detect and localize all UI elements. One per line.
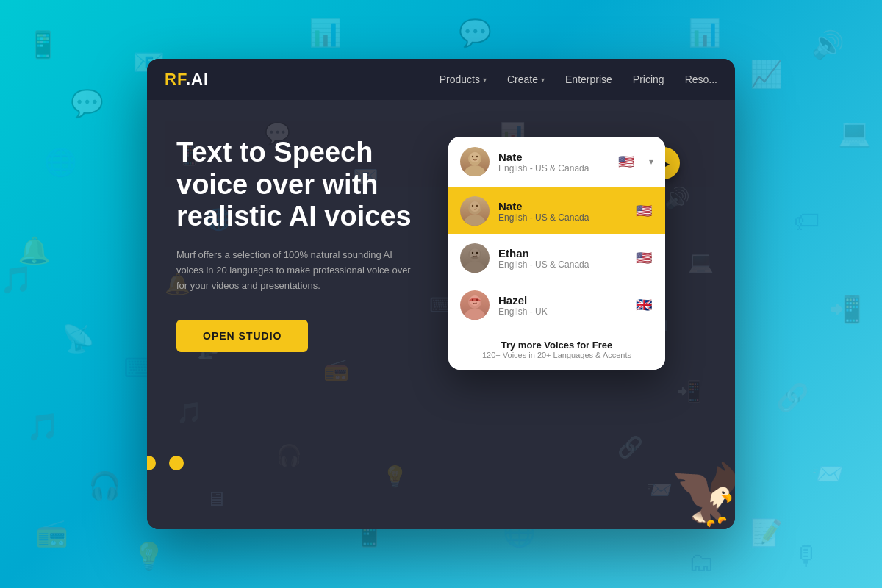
ethan-avatar (460, 243, 490, 273)
nate-name: Nate (498, 200, 625, 212)
selected-avatar (460, 147, 490, 176)
hero-left: Text to Speech voice over with realistic… (147, 100, 441, 529)
voice-item-nate[interactable]: Nate English - US & Canada 🇺🇸 (448, 187, 665, 234)
selected-voice-info: Nate English - US & Canada (498, 151, 608, 173)
voice-footer-sub: 120+ Voices in 20+ Languages & Accents (460, 351, 653, 359)
nate-flag: 🇺🇸 (634, 201, 653, 220)
svg-point-7 (470, 201, 480, 212)
nav-pricing[interactable]: Pricing (633, 74, 664, 85)
selected-flag: 🇺🇸 (617, 152, 636, 171)
svg-point-13 (472, 252, 473, 254)
hazel-info: Hazel English - UK (498, 294, 625, 317)
nate-info: Nate English - US & Canada (498, 200, 625, 223)
logo: RF.AI (165, 70, 209, 89)
nate-lang: English - US & Canada (498, 212, 625, 223)
svg-point-2 (470, 152, 480, 162)
create-chevron-icon: ▾ (541, 76, 545, 84)
voice-selected-header[interactable]: Nate English - US & Canada 🇺🇸 ▾ (448, 137, 665, 187)
svg-point-15 (471, 256, 478, 259)
selected-voice-lang: English - US & Canada (498, 163, 608, 173)
svg-point-9 (476, 205, 478, 207)
svg-point-3 (472, 156, 473, 157)
voice-card: Nate English - US & Canada 🇺🇸 ▾ (448, 137, 665, 370)
voice-footer-title: Try more Voices for Free (460, 340, 653, 351)
nav-products-label: Products (440, 74, 480, 85)
nav-products[interactable]: Products ▾ (440, 74, 487, 85)
hero-right: Nate English - US & Canada 🇺🇸 ▾ (441, 100, 735, 529)
nav-links: Products ▾ Create ▾ Enterprise Pricing R… (440, 74, 717, 85)
svg-point-17 (465, 309, 485, 320)
ethan-name: Ethan (498, 247, 625, 259)
nav-resources[interactable]: Reso... (685, 74, 717, 85)
products-chevron-icon: ▾ (483, 76, 487, 84)
open-studio-button[interactable]: OPEN STUDIO (176, 320, 308, 352)
svg-point-4 (476, 156, 478, 157)
voice-item-ethan[interactable]: Ethan English - US & Canada 🇺🇸 (448, 234, 665, 282)
hazel-lang: English - UK (498, 306, 625, 317)
nav-pricing-label: Pricing (633, 74, 664, 85)
svg-point-8 (472, 205, 473, 207)
nav-enterprise[interactable]: Enterprise (565, 74, 612, 85)
deco-dot-right (169, 456, 184, 470)
svg-point-14 (476, 252, 478, 254)
hazel-avatar (460, 290, 490, 320)
selected-voice-name: Nate (498, 151, 608, 163)
nav-enterprise-label: Enterprise (565, 74, 612, 85)
nav-resources-label: Reso... (685, 74, 717, 85)
svg-point-11 (465, 262, 485, 273)
ethan-info: Ethan English - US & Canada (498, 247, 625, 270)
hazel-flag: 🇬🇧 (634, 295, 653, 315)
ethan-lang: English - US & Canada (498, 259, 625, 270)
nate-avatar (460, 196, 490, 226)
nav-create[interactable]: Create ▾ (507, 74, 545, 85)
ethan-flag: 🇺🇸 (634, 248, 653, 268)
voice-footer[interactable]: Try more Voices for Free 120+ Voices in … (448, 329, 665, 370)
hazel-name: Hazel (498, 294, 625, 306)
voice-item-hazel[interactable]: Hazel English - UK 🇬🇧 (448, 282, 665, 329)
hero-title: Text to Speech voice over with realistic… (176, 137, 419, 233)
hero-subtitle: Murf offers a selection of 100% natural … (176, 248, 419, 293)
bird-mascot: 🦅 (669, 460, 735, 529)
voice-chevron-icon: ▾ (649, 157, 653, 167)
navbar: RF.AI Products ▾ Create ▾ Enterprise Pri… (147, 59, 735, 100)
browser-card: RF.AI Products ▾ Create ▾ Enterprise Pri… (147, 59, 735, 529)
voice-selector-wrapper: Nate English - US & Canada 🇺🇸 ▾ (448, 137, 665, 370)
svg-point-1 (465, 165, 485, 176)
svg-point-6 (465, 215, 485, 226)
nav-create-label: Create (507, 74, 538, 85)
hero-section: 📱 💬 📧 🌐 🔔 📡 🎵 🎧 📻 💡 🖥 ⌨ 🖨 📊 📈 🔊 💻 🏷 📲 🔗 … (147, 100, 735, 529)
